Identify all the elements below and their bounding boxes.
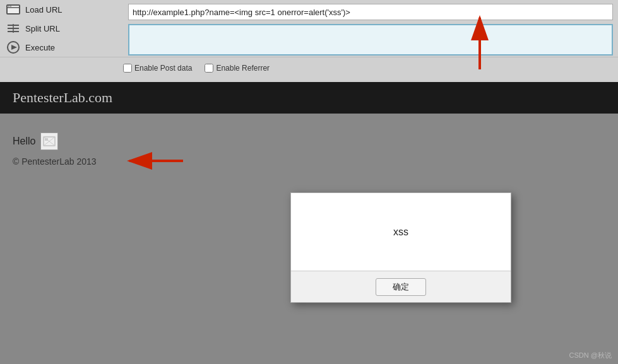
toolbar-left: Load URL Split URL	[0, 0, 123, 57]
enable-post-checkbox[interactable]	[123, 64, 132, 73]
watermark: CSDN @秋说	[569, 351, 612, 360]
execute-label: Execute	[25, 43, 55, 52]
split-url-icon	[6, 21, 20, 35]
load-url-label: Load URL	[25, 5, 62, 15]
split-url-item[interactable]: Split URL	[0, 19, 123, 38]
enable-post-label: Enable Post data	[134, 64, 192, 73]
toolbar: Load URL Split URL	[0, 0, 618, 82]
execute-item[interactable]: Execute	[0, 38, 123, 57]
svg-marker-9	[11, 45, 17, 50]
enable-post-item[interactable]: Enable Post data	[123, 64, 192, 73]
url-input-row	[128, 4, 613, 20]
toolbar-bottom: Enable Post data Enable Referrer	[0, 57, 618, 79]
svg-point-2	[8, 6, 9, 7]
alert-footer: 确定	[291, 271, 511, 302]
execute-icon	[6, 40, 20, 54]
enable-referrer-label: Enable Referrer	[216, 64, 270, 73]
alert-overlay: xss 确定	[0, 82, 618, 364]
alert-message: xss	[291, 193, 511, 271]
alert-ok-button[interactable]: 确定	[376, 278, 426, 296]
enable-referrer-item[interactable]: Enable Referrer	[205, 64, 270, 73]
url-input[interactable]	[128, 4, 613, 20]
url-display-box	[128, 24, 613, 56]
load-url-icon	[6, 3, 20, 16]
svg-point-3	[10, 6, 11, 7]
toolbar-top: Load URL Split URL	[0, 0, 618, 57]
url-area	[123, 0, 618, 57]
alert-text: xss	[393, 226, 408, 238]
split-url-label: Split URL	[25, 24, 60, 33]
load-url-item[interactable]: Load URL	[0, 0, 123, 19]
alert-dialog: xss 确定	[290, 192, 511, 303]
enable-referrer-checkbox[interactable]	[205, 64, 213, 73]
browser-content: PentesterLab.com Hello © PentesterLab 20…	[0, 82, 618, 364]
